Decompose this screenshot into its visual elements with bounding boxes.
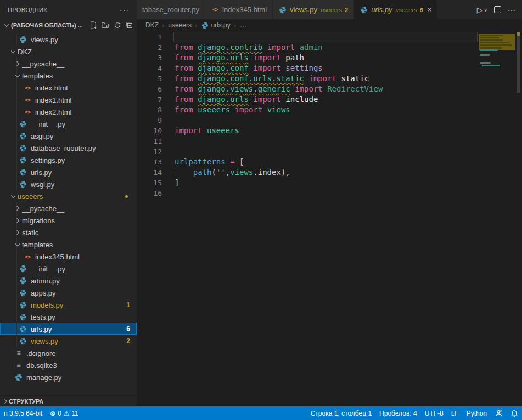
tree-file-models-py[interactable]: models.py1 bbox=[0, 299, 137, 311]
scrollbar-slider[interactable] bbox=[517, 32, 520, 93]
code-line-11[interactable]: 11 bbox=[137, 136, 479, 146]
line-number: 11 bbox=[137, 136, 162, 146]
tree-file-index1-html[interactable]: <>index1.html bbox=[0, 94, 137, 106]
code-line-8[interactable]: 8from useeers import views bbox=[137, 105, 479, 115]
tab-index345-html[interactable]: <>index345.html bbox=[205, 0, 273, 19]
tree-file--init-py[interactable]: __init__.py bbox=[0, 118, 137, 130]
language-mode-item[interactable]: Python bbox=[463, 406, 491, 420]
editor-more-actions-button[interactable]: ··· bbox=[508, 5, 515, 14]
indentation-item[interactable]: Пробелов: 4 bbox=[375, 406, 421, 420]
tree-folder-migrations[interactable]: migrations bbox=[0, 214, 137, 226]
tree-file-tests-py[interactable]: tests.py bbox=[0, 311, 137, 323]
explorer-more-actions-icon[interactable]: ··· bbox=[120, 5, 129, 14]
code-line-9[interactable]: 9 bbox=[137, 115, 479, 126]
notifications-bell-icon[interactable] bbox=[507, 406, 522, 420]
line-number: 3 bbox=[137, 53, 162, 63]
run-python-file-button[interactable]: ▷ ∨ bbox=[477, 5, 487, 14]
code-line-7[interactable]: 7from django.urls import include bbox=[137, 94, 479, 105]
tree-folder-templates[interactable]: templates bbox=[0, 70, 137, 82]
encoding-item[interactable]: UTF-8 bbox=[421, 406, 447, 420]
tree-folder-useeers[interactable]: useeers bbox=[0, 190, 137, 202]
code-line-14[interactable]: 14 path('',views.index), bbox=[137, 167, 479, 178]
breadcrumb-label: urls.py bbox=[211, 21, 230, 29]
breadcrumb-item--[interactable]: … bbox=[240, 21, 246, 29]
tree-folder-DKZ[interactable]: DKZ bbox=[0, 46, 137, 58]
tree-folder-static[interactable]: static bbox=[0, 226, 137, 239]
minimap[interactable] bbox=[479, 31, 515, 406]
line-text: urlpatterns = [ bbox=[175, 157, 244, 167]
file-icon: ≡ bbox=[14, 349, 23, 357]
code-line-3[interactable]: 3from django.urls import path bbox=[137, 53, 479, 63]
code-line-2[interactable]: 2from django.contrib import admin bbox=[137, 42, 479, 53]
tree-folder-templates[interactable]: templates bbox=[0, 239, 137, 251]
html-icon: <> bbox=[23, 83, 32, 92]
python-icon bbox=[19, 325, 27, 333]
breadcrumb-item-useeers[interactable]: useeers bbox=[168, 21, 192, 29]
python-icon-wrap bbox=[201, 21, 209, 29]
workspace-section-header[interactable]: (РАБОЧАЯ ОБЛАСТЬ) ... bbox=[0, 19, 137, 31]
status-bar: n 3.9.5 64-bit ⊗ 0 ⚠ 11 Строка 1, столбе… bbox=[0, 406, 522, 420]
tree-file-index-html[interactable]: <>index.html bbox=[0, 82, 137, 94]
tab-tabase-roouter-py[interactable]: tabase_roouter.py bbox=[137, 0, 205, 19]
python-icon bbox=[15, 373, 23, 381]
code-line-1[interactable]: 1 bbox=[137, 32, 479, 42]
python-interpreter-item[interactable]: n 3.9.5 64-bit bbox=[0, 406, 46, 420]
cursor-position-item[interactable]: Строка 1, столбец 1 bbox=[307, 406, 375, 420]
tree-file-apps-py[interactable]: apps.py bbox=[0, 287, 137, 299]
python-icon-wrap bbox=[19, 168, 27, 177]
code-line-10[interactable]: 10import useeers bbox=[137, 126, 479, 136]
python-icon-wrap bbox=[19, 35, 27, 44]
code-line-15[interactable]: 15] bbox=[137, 178, 479, 188]
tab-views-py[interactable]: views.pyuseeers2 bbox=[273, 0, 354, 19]
tree-file--init-py[interactable]: __init__.py bbox=[0, 263, 137, 275]
python-icon-wrap bbox=[19, 264, 27, 273]
tree-file-views-py[interactable]: views.py2 bbox=[0, 335, 137, 347]
code-line-6[interactable]: 6from django.views.generic import Redire… bbox=[137, 84, 479, 94]
breadcrumb-item-urls-py[interactable]: urls.py bbox=[201, 21, 230, 29]
run-dropdown-icon[interactable]: ∨ bbox=[484, 7, 487, 13]
refresh-icon[interactable] bbox=[114, 21, 121, 29]
code-line-16[interactable]: 16 bbox=[137, 188, 479, 198]
tree-file-database-roouter-py[interactable]: database_roouter.py bbox=[0, 142, 137, 154]
problems-item[interactable]: ⊗ 0 ⚠ 11 bbox=[46, 406, 82, 420]
line-number: 16 bbox=[137, 188, 162, 198]
tree-file-views-py[interactable]: views.py bbox=[0, 33, 137, 46]
tree-file--dcignore[interactable]: ≡.dcignore bbox=[0, 347, 137, 359]
feedback-icon[interactable] bbox=[491, 406, 507, 420]
vscode-window: ПРОВОДНИК ··· (РАБОЧАЯ ОБЛАСТЬ) ... view… bbox=[0, 0, 522, 420]
code-line-13[interactable]: 13urlpatterns = [ bbox=[137, 157, 479, 167]
split-editor-button[interactable] bbox=[494, 6, 501, 13]
tree-file-db-sqlite3[interactable]: ≡db.sqlite3 bbox=[0, 359, 137, 371]
line-text: from django.urls import include bbox=[175, 94, 318, 105]
tree-file-settings-py[interactable]: settings.py bbox=[0, 154, 137, 166]
collapse-all-icon[interactable] bbox=[126, 21, 133, 29]
eol-item[interactable]: LF bbox=[447, 406, 463, 420]
tree-item-label: DKZ bbox=[18, 48, 32, 56]
tab-urls-py[interactable]: urls.pyuseeers6× bbox=[354, 0, 437, 19]
line-text: from django.urls import path bbox=[175, 53, 304, 63]
tree-folder--pycache-[interactable]: __pycache__ bbox=[0, 202, 137, 214]
python-icon bbox=[19, 156, 27, 164]
tree-file-index2-html[interactable]: <>index2.html bbox=[0, 106, 137, 118]
tree-file-manage-py[interactable]: manage.py bbox=[0, 371, 137, 383]
code-line-4[interactable]: 4from django.conf import settings bbox=[137, 63, 479, 73]
tree-file-index345-html[interactable]: <>index345.html bbox=[0, 251, 137, 263]
tree-file-urls-py[interactable]: urls.py bbox=[0, 166, 137, 178]
indent-guide bbox=[16, 166, 17, 178]
new-file-icon[interactable] bbox=[89, 21, 97, 29]
overview-ruler-scrollbar[interactable] bbox=[515, 31, 522, 406]
editor-pane[interactable]: 12from django.contrib import admin3from … bbox=[137, 31, 522, 406]
tree-file-asgi-py[interactable]: asgi.py bbox=[0, 130, 137, 142]
breadcrumb-item-DKZ[interactable]: DKZ bbox=[145, 21, 159, 29]
code-line-5[interactable]: 5from django.conf.urls.static import sta… bbox=[137, 73, 479, 84]
code-area[interactable]: 12from django.contrib import admin3from … bbox=[137, 32, 479, 198]
tree-file-admin-py[interactable]: admin.py bbox=[0, 275, 137, 287]
chevron-down-icon bbox=[10, 48, 16, 55]
tree-folder--pycache-[interactable]: __pycache__ bbox=[0, 58, 137, 70]
tree-file-urls-py[interactable]: urls.py6 bbox=[0, 323, 137, 335]
code-line-12[interactable]: 12 bbox=[137, 146, 479, 157]
tree-file-wsgi-py[interactable]: wsgi.py bbox=[0, 178, 137, 190]
outline-section-header[interactable]: СТРУКТУРА bbox=[0, 396, 137, 406]
new-folder-icon[interactable] bbox=[102, 21, 109, 29]
close-icon[interactable]: × bbox=[428, 5, 432, 14]
